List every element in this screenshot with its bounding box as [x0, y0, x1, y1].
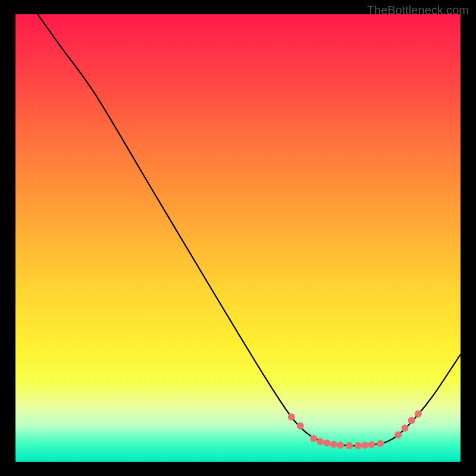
curve-marker-dot: [346, 442, 353, 449]
curve-marker-dot: [361, 441, 368, 449]
curve-marker-dot: [402, 425, 409, 432]
curve-marker-dot: [415, 411, 422, 418]
curve-marker-dot: [337, 441, 344, 449]
bottleneck-curve-svg: [15, 14, 461, 462]
curve-marker-dot: [288, 414, 295, 421]
curve-marker-dot: [297, 422, 304, 430]
curve-marker-dot: [355, 442, 362, 449]
curve-marker-dot: [330, 441, 337, 448]
watermark-text: TheBottleneck.com: [367, 4, 469, 17]
curve-marker-dot: [377, 440, 384, 447]
curve-marker-dot: [317, 438, 324, 445]
curve-marker-dot: [408, 417, 415, 424]
curve-markers: [288, 411, 422, 449]
curve-marker-dot: [368, 441, 375, 448]
curve-marker-dot: [394, 431, 402, 439]
plot-area: [15, 14, 461, 462]
curve-marker-dot: [324, 439, 331, 446]
curve-marker-dot: [310, 435, 317, 442]
bottleneck-curve-path: [37, 14, 461, 446]
